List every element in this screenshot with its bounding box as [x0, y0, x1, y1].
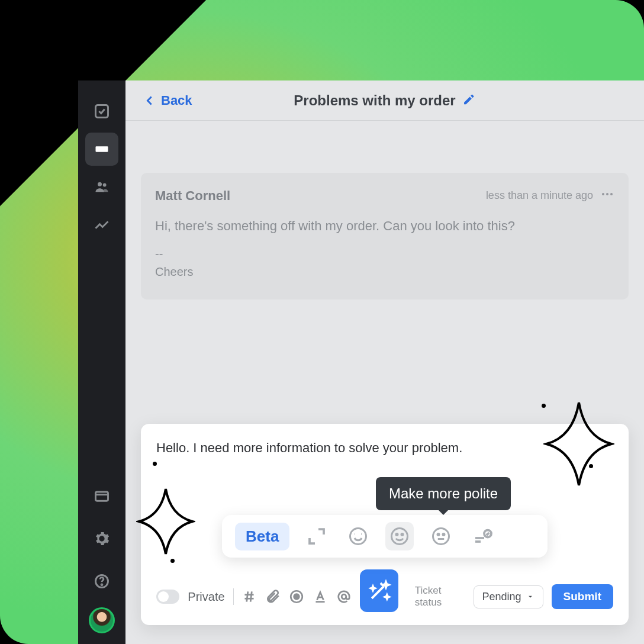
ai-magic-button[interactable] — [360, 569, 398, 612]
smile-face-icon[interactable] — [385, 522, 414, 550]
page-title: Problems with my order — [294, 92, 455, 109]
private-label: Private — [188, 590, 224, 604]
sidebar-item-people[interactable] — [85, 170, 118, 204]
status-value: Pending — [482, 591, 521, 603]
svg-point-8 — [602, 193, 604, 195]
svg-point-10 — [610, 193, 613, 195]
expand-icon[interactable] — [302, 522, 331, 550]
svg-rect-1 — [96, 146, 108, 152]
svg-rect-4 — [96, 492, 108, 501]
edit-title-button[interactable] — [463, 93, 476, 108]
sparkle-icon — [136, 483, 195, 560]
message-signature-dash: -- — [155, 245, 614, 263]
decorative-dot — [589, 464, 593, 468]
text-format-icon[interactable] — [313, 589, 328, 604]
hash-icon[interactable] — [242, 589, 257, 604]
sidebar-item-check[interactable] — [85, 95, 118, 128]
svg-point-17 — [443, 534, 445, 536]
sidebar-item-billing[interactable] — [85, 479, 118, 513]
svg-point-7 — [101, 584, 102, 585]
tooltip: Make more polite — [376, 477, 511, 510]
sender-name: Matt Cornell — [155, 188, 230, 204]
shorten-icon[interactable] — [468, 522, 497, 550]
ai-toolbar: Make more polite Beta — [222, 515, 548, 558]
svg-line-24 — [247, 591, 248, 601]
decorative-dot — [542, 404, 546, 408]
decorative-dot — [170, 559, 175, 563]
sidebar — [78, 80, 125, 644]
sidebar-item-analytics[interactable] — [85, 208, 118, 242]
svg-point-16 — [437, 534, 439, 536]
svg-point-14 — [401, 534, 403, 536]
attachment-icon[interactable] — [265, 589, 281, 604]
svg-point-13 — [396, 534, 398, 536]
status-label: Ticket status — [415, 585, 465, 608]
sidebar-item-tickets[interactable] — [85, 133, 118, 166]
private-toggle[interactable] — [156, 590, 179, 604]
svg-point-12 — [392, 529, 408, 545]
svg-point-15 — [433, 529, 449, 545]
mention-icon[interactable] — [336, 589, 352, 604]
message-signature: Cheers — [155, 263, 614, 281]
record-icon[interactable] — [289, 589, 304, 604]
compose-footer: Private Ticket status Pendi — [156, 581, 613, 612]
timestamp: less than a minute ago — [486, 189, 593, 202]
svg-point-11 — [350, 529, 366, 545]
separator — [233, 588, 234, 605]
svg-point-9 — [606, 193, 608, 195]
status-select[interactable]: Pending — [474, 585, 543, 608]
back-label: Back — [161, 93, 192, 108]
submit-button[interactable]: Submit — [552, 584, 613, 609]
decorative-dot — [153, 462, 157, 466]
avatar[interactable] — [89, 607, 115, 633]
svg-point-27 — [294, 594, 300, 600]
message-body: Hi, there's something off with my order.… — [155, 216, 614, 236]
beta-badge: Beta — [235, 523, 289, 550]
compose-draft[interactable]: Hello. I need more information to solve … — [156, 440, 613, 456]
svg-point-2 — [98, 182, 102, 186]
svg-line-25 — [251, 591, 252, 601]
svg-point-3 — [103, 183, 107, 187]
back-button[interactable]: Back — [143, 93, 192, 108]
more-actions-button[interactable] — [600, 187, 614, 204]
main-panel: Back Problems with my order Matt Cornell… — [125, 80, 644, 644]
sidebar-item-settings[interactable] — [85, 522, 118, 555]
message-card: Matt Cornell less than a minute ago Hi, … — [141, 173, 629, 300]
compose-panel: Hello. I need more information to solve … — [141, 424, 629, 625]
neutral-face-icon[interactable] — [427, 522, 455, 550]
topbar: Back Problems with my order — [125, 80, 644, 121]
happy-face-icon[interactable] — [344, 522, 372, 550]
sidebar-item-help[interactable] — [85, 565, 118, 598]
